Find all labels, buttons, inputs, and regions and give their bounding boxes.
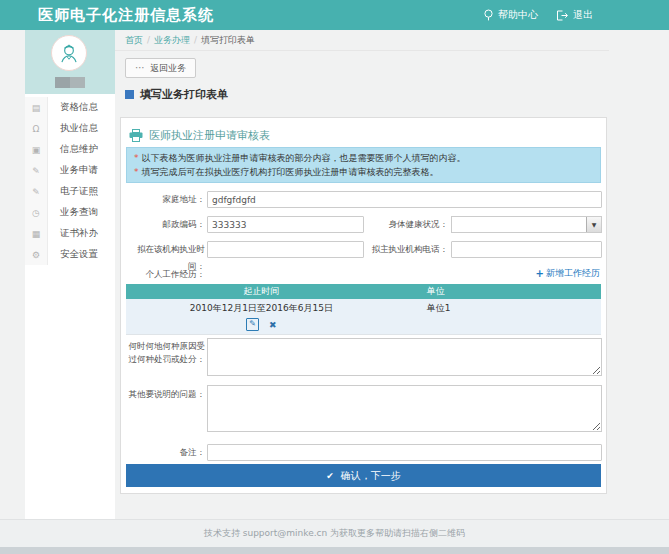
unit-cell: 单位1 xyxy=(397,302,601,331)
table-row: 2010年12月1日至2016年6月15日 ✎ ✖ 单位1 xyxy=(126,299,601,334)
practice-time-input[interactable] xyxy=(207,241,364,258)
printer-icon xyxy=(129,129,143,142)
edit-icon: ✎ xyxy=(25,160,48,181)
sidebar-item-certificate-reissue[interactable]: ▦ 证书补办 xyxy=(25,223,115,244)
breadcrumb-home[interactable]: 首页 xyxy=(125,35,143,45)
sidebar-item-electronic-license[interactable]: ✎ 电子证照 xyxy=(25,181,115,202)
sidebar-item-qualification-info[interactable]: ▤ 资格信息 xyxy=(25,97,115,118)
logout-label: 退出 xyxy=(573,8,593,22)
breadcrumb-separator: / xyxy=(194,35,197,45)
edit-row-icon[interactable]: ✎ xyxy=(246,318,259,331)
profile-block xyxy=(25,30,115,94)
user-name-redacted xyxy=(55,77,85,88)
document-icon: ▤ xyxy=(25,97,48,118)
add-work-history-link[interactable]: + 新增工作经历 xyxy=(536,267,600,280)
headset-icon: Ω xyxy=(25,118,48,139)
org-phone-input[interactable] xyxy=(451,241,602,258)
page-title: 填写业务打印表单 xyxy=(140,87,228,102)
remarks-label: 备注： xyxy=(121,444,205,461)
breadcrumb-separator: / xyxy=(147,35,150,45)
sidebar-item-business-query[interactable]: ◷ 业务查询 xyxy=(25,202,115,223)
column-header-unit: 单位 xyxy=(397,284,601,299)
return-business-button[interactable]: ⋯ 返回业务 xyxy=(125,58,196,78)
window-edge xyxy=(0,547,669,554)
work-history-table: 起止时间 单位 2010年12月1日至2016年6月15日 ✎ ✖ 单位1 xyxy=(126,284,601,335)
ellipsis-icon: ⋯ xyxy=(135,63,145,73)
security-icon: ⚙ xyxy=(25,244,48,265)
column-header-period: 起止时间 xyxy=(126,284,397,299)
asterisk-icon: * xyxy=(134,167,139,177)
app-window: 医师电子化注册信息系统 帮助中心 退出 xyxy=(0,0,669,554)
health-status-select[interactable]: ▼ xyxy=(451,216,602,233)
sidebar-menu: ▤ 资格信息 Ω 执业信息 ▣ 信息维护 ✎ 业务申请 ✎ 电子证照 ◷ 业务查… xyxy=(25,97,115,265)
breadcrumb-business[interactable]: 业务办理 xyxy=(154,35,190,45)
breadcrumb: 首页/业务办理/填写打印表单 xyxy=(115,30,609,51)
top-header: 医师电子化注册信息系统 帮助中心 退出 xyxy=(0,0,669,30)
table-header-row: 起止时间 单位 xyxy=(126,284,601,299)
form-panel: 医师执业注册申请审核表 *以下表格为医师执业注册申请审核表的部分内容，也是需要医… xyxy=(120,117,607,494)
avatar xyxy=(51,35,87,71)
header-actions: 帮助中心 退出 xyxy=(483,0,593,30)
period-cell: 2010年12月1日至2016年6月15日 ✎ ✖ xyxy=(126,302,397,331)
sidebar-item-security-settings[interactable]: ⚙ 安全设置 xyxy=(25,244,115,265)
footer-support-text: 技术支持 support@minke.cn 为获取更多帮助请扫描右侧二维码 xyxy=(204,528,465,538)
row-actions: ✎ ✖ xyxy=(126,318,397,331)
help-icon xyxy=(483,9,494,21)
form-title: 医师执业注册申请审核表 xyxy=(149,128,270,143)
footer: 技术支持 support@minke.cn 为获取更多帮助请扫描右侧二维码 xyxy=(0,519,669,547)
plus-icon: + xyxy=(536,268,544,279)
asterisk-icon: * xyxy=(134,153,139,163)
remarks-input[interactable] xyxy=(207,444,602,461)
other-issues-label: 其他要说明的问题： xyxy=(121,388,205,401)
sidebar-item-business-application[interactable]: ✎ 业务申请 xyxy=(25,160,115,181)
postal-code-label: 邮政编码： xyxy=(121,216,205,233)
work-history-label: 个人工作经历： xyxy=(121,266,205,283)
sidebar: ▤ 资格信息 Ω 执业信息 ▣ 信息维护 ✎ 业务申请 ✎ 电子证照 ◷ 业务查… xyxy=(25,30,115,519)
sidebar-item-info-maintenance[interactable]: ▣ 信息维护 xyxy=(25,139,115,160)
home-address-input[interactable] xyxy=(207,191,602,208)
home-address-label: 家庭地址： xyxy=(121,191,205,208)
health-status-label: 身体健康状况： xyxy=(364,216,448,233)
logout-icon xyxy=(556,10,569,21)
logout-button[interactable]: 退出 xyxy=(556,8,593,22)
confirm-next-button[interactable]: ✔ 确认，下一步 xyxy=(126,464,601,487)
chevron-down-icon[interactable]: ▼ xyxy=(586,217,601,232)
punishment-label: 何时何地何种原因受过何种处罚或处分： xyxy=(121,340,205,366)
info-note: *以下表格为医师执业注册申请审核表的部分内容，也是需要医师个人填写的内容。 xyxy=(134,151,593,165)
postal-code-input[interactable] xyxy=(207,216,364,233)
info-note: *填写完成后可在拟执业医疗机构打印医师执业注册申请审核表的完整表格。 xyxy=(134,165,593,179)
query-icon: ◷ xyxy=(25,202,48,223)
delete-row-icon[interactable]: ✖ xyxy=(269,320,277,330)
info-box: *以下表格为医师执业注册申请审核表的部分内容，也是需要医师个人填写的内容。 *填… xyxy=(126,147,601,183)
help-center-label: 帮助中心 xyxy=(498,8,538,22)
form-title-row: 医师执业注册申请审核表 xyxy=(129,128,270,143)
id-card-icon: ▣ xyxy=(25,139,48,160)
sidebar-item-practice-info[interactable]: Ω 执业信息 xyxy=(25,118,115,139)
app-title: 医师电子化注册信息系统 xyxy=(38,0,214,30)
punishment-textarea[interactable] xyxy=(207,338,602,376)
certificate-icon: ✎ xyxy=(25,181,48,202)
save-icon: ▦ xyxy=(25,223,48,244)
org-phone-label: 拟主执业机构电话： xyxy=(364,241,448,258)
breadcrumb-current: 填写打印表单 xyxy=(201,35,255,45)
section-heading: 填写业务打印表单 xyxy=(125,87,228,102)
section-square-icon xyxy=(125,90,134,99)
help-center-button[interactable]: 帮助中心 xyxy=(483,8,538,22)
check-icon: ✔ xyxy=(326,471,334,481)
doctor-icon xyxy=(54,38,84,68)
other-issues-textarea[interactable] xyxy=(207,385,602,432)
